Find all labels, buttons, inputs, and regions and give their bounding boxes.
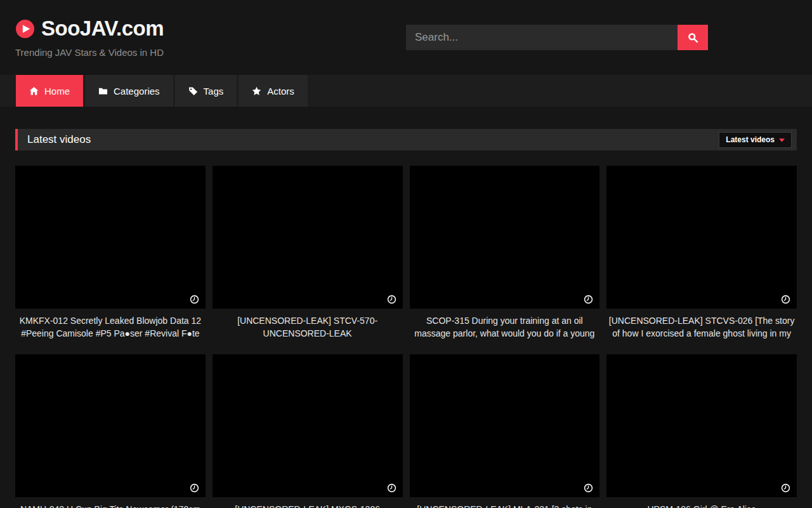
video-thumbnail[interactable]: [213, 354, 403, 497]
video-thumbnail[interactable]: [410, 166, 600, 309]
site-header: SooJAV.com Trending JAV Stars & Videos i…: [0, 0, 812, 75]
video-title[interactable]: [UNCENSORED-LEAK] STCVS-026 [The story o…: [606, 309, 797, 354]
video-title[interactable]: KMKFX-012 Secretly Leaked Blowjob Data 1…: [15, 309, 206, 354]
clock-icon: [387, 295, 396, 304]
video-title[interactable]: [UNCENSORED-LEAK] MLA-231 [3 shots in: [410, 497, 600, 508]
nav-item-label: Tags: [204, 86, 224, 97]
clock-icon: [781, 483, 790, 493]
nav-item-home[interactable]: Home: [16, 75, 83, 107]
video-thumbnail[interactable]: [606, 354, 797, 497]
caret-down-icon: [779, 138, 785, 142]
section-header: Latest videos Latest videos: [15, 129, 797, 150]
video-title[interactable]: HPSM-186 Girl @ Era Alice: [606, 497, 797, 508]
sort-dropdown[interactable]: Latest videos: [719, 132, 792, 148]
video-card[interactable]: NAMH-042 H Cup Big Tits Newcomer (170cm …: [15, 354, 206, 508]
nav-item-categories[interactable]: Categories: [85, 75, 173, 107]
video-thumbnail[interactable]: [213, 166, 403, 309]
video-thumbnail[interactable]: [15, 354, 206, 497]
video-card[interactable]: [UNCENSORED-LEAK] MLA-231 [3 shots in: [410, 354, 600, 508]
video-thumbnail[interactable]: [15, 166, 206, 309]
video-card[interactable]: HPSM-186 Girl @ Era Alice: [606, 354, 797, 508]
nav-item-actors[interactable]: Actors: [239, 75, 308, 107]
video-card[interactable]: [UNCENSORED-LEAK] STCV-570-UNCENSORED-LE…: [213, 166, 403, 354]
video-grid: KMKFX-012 Secretly Leaked Blowjob Data 1…: [15, 166, 797, 508]
main-content: Latest videos Latest videos KMKFX-012 Se…: [15, 129, 797, 508]
sort-dropdown-label: Latest videos: [726, 135, 775, 144]
home-icon: [29, 86, 39, 96]
star-icon: [252, 86, 261, 96]
brand-name: SooJAV.com: [41, 17, 164, 41]
video-title[interactable]: [UNCENSORED-LEAK] MXGS-1306 Absolutely: [213, 497, 403, 508]
search-icon: [688, 32, 698, 43]
clock-icon: [387, 483, 396, 493]
clock-icon: [190, 295, 199, 304]
nav-item-label: Categories: [114, 86, 160, 97]
video-card[interactable]: [UNCENSORED-LEAK] STCVS-026 [The story o…: [606, 166, 797, 354]
video-title[interactable]: [UNCENSORED-LEAK] STCV-570-UNCENSORED-LE…: [213, 309, 403, 354]
clock-icon: [584, 483, 593, 493]
search-button[interactable]: [678, 25, 708, 50]
main-nav: Home Categories Tags Actors: [0, 75, 812, 107]
nav-item-tags[interactable]: Tags: [175, 75, 237, 107]
video-card[interactable]: SCOP-315 During your training at an oil …: [410, 166, 600, 354]
search-bar: [406, 25, 708, 50]
clock-icon: [781, 295, 790, 304]
play-circle-icon: [15, 19, 35, 39]
folder-icon: [98, 86, 108, 96]
video-title[interactable]: SCOP-315 During your training at an oil …: [410, 309, 600, 354]
video-thumbnail[interactable]: [606, 166, 797, 309]
search-input[interactable]: [406, 25, 678, 50]
video-card[interactable]: [UNCENSORED-LEAK] MXGS-1306 Absolutely: [213, 354, 403, 508]
video-thumbnail[interactable]: [410, 354, 600, 497]
nav-item-label: Home: [44, 86, 70, 97]
video-card[interactable]: KMKFX-012 Secretly Leaked Blowjob Data 1…: [15, 166, 206, 354]
section-title: Latest videos: [27, 133, 91, 146]
nav-item-label: Actors: [267, 86, 294, 97]
tag-icon: [188, 86, 198, 96]
clock-icon: [190, 483, 199, 493]
video-title[interactable]: NAMH-042 H Cup Big Tits Newcomer (170cm …: [15, 497, 206, 508]
clock-icon: [584, 295, 593, 304]
